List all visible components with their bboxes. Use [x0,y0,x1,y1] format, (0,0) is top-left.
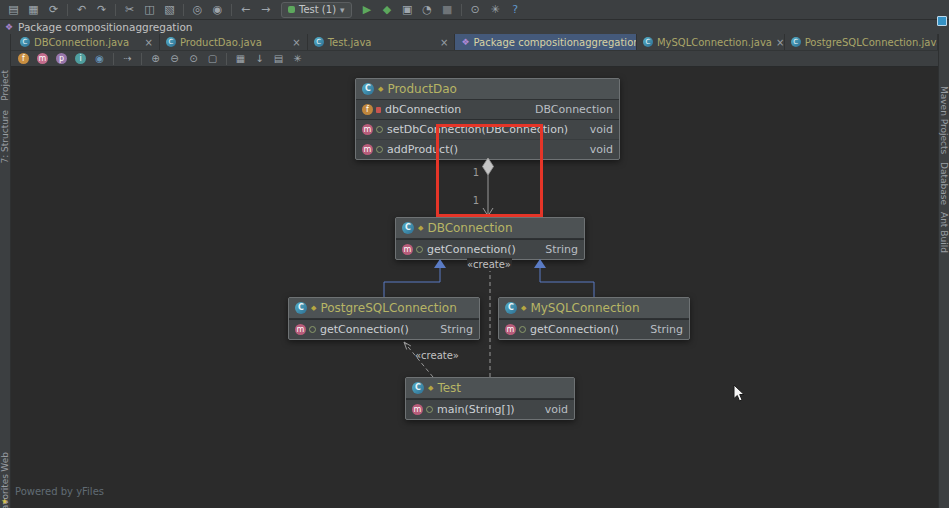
method-icon: m [505,324,516,335]
method-row[interactable]: m getConnection() String [396,239,584,259]
profiler-icon[interactable]: ◔ [418,2,437,18]
method-icon: m [362,124,373,135]
coverage-icon[interactable]: ▣ [398,2,417,18]
sidebar-item-structure[interactable]: 7: Structure [0,110,10,164]
zoom-in-icon[interactable]: ⊕ [147,53,164,64]
sidebar-item-web[interactable]: Web [0,452,10,472]
export-image-icon[interactable]: ↓ [251,53,268,64]
uml-class-dbconnection[interactable]: C ◆ DBConnection m getConnection() Strin… [395,217,585,260]
redo-icon[interactable]: ↷ [92,2,111,18]
public-badge-icon [416,246,423,253]
highlight-rectangle [436,124,543,217]
field-row[interactable]: f dbConnection DBConnection [356,100,619,119]
class-name: MySQLConnection [530,301,639,315]
zoom-out-icon[interactable]: ⊖ [166,53,183,64]
visibility-level-icon[interactable]: ◉ [91,53,108,64]
class-header[interactable]: C ◆ PostgreSQLConnection [289,298,479,319]
run-icon[interactable]: ▶ [358,2,377,18]
method-row[interactable]: m main(String[]) void [406,399,574,419]
sidebar-item-maven-projects[interactable]: Maven Projects [939,86,949,154]
field-icon: f [362,104,373,115]
class-header[interactable]: C ◆ DBConnection [396,218,584,239]
run-configuration-select[interactable]: Test (1) ▾ [281,2,352,18]
sidebar-item-project[interactable]: Project [0,70,10,101]
breadcrumb[interactable]: Package compositionaggregation [18,21,192,33]
sidebar-item-ant-build[interactable]: Ant Build [939,212,949,253]
paste-icon[interactable]: ▧ [160,2,179,18]
sidebar-item-database[interactable]: Database [939,162,949,205]
toolbar-separator [231,4,232,16]
close-icon[interactable]: × [440,37,448,48]
member-name: main(String[]) [437,403,514,416]
show-properties-icon[interactable]: p [56,53,67,64]
powered-by-label: Powered by yFiles [15,486,104,497]
back-icon[interactable]: ← [236,2,255,18]
diagram-file-icon: ❖ [461,37,469,47]
copy-icon[interactable]: ◫ [140,2,159,18]
class-file-icon: C [314,37,324,47]
close-icon[interactable]: × [776,37,784,48]
class-header[interactable]: C ◆ Test [406,378,574,399]
tab-label: MySQLConnection.java [657,37,772,48]
method-icon: m [295,324,306,335]
settings-icon[interactable]: ✳ [486,2,505,18]
dependencies-icon[interactable]: ⇢ [119,53,136,64]
tab-test-java[interactable]: C Test.java × [308,34,456,50]
close-icon[interactable]: × [292,37,300,48]
class-icon: C [362,83,374,95]
grid-icon[interactable]: ▦ [232,53,249,64]
toolbar-separator [67,4,68,16]
member-name: dbConnection [385,103,461,116]
find-icon[interactable]: ◎ [188,2,207,18]
private-lock-icon [376,107,381,113]
class-header[interactable]: C ◆ MySQLConnection [499,298,689,319]
cut-icon[interactable]: ✂ [120,2,139,18]
class-name: ProductDao [387,82,457,96]
member-type: void [590,123,613,136]
method-row[interactable]: m getConnection() String [499,319,689,339]
show-methods-icon[interactable]: m [37,53,48,64]
member-name: getConnection() [320,323,409,336]
right-tool-window-stripe: Maven Projects Database Ant Build [938,34,949,508]
member-type: void [590,143,613,156]
undo-icon[interactable]: ↶ [72,2,91,18]
class-header[interactable]: C ◆ ProductDao [356,79,619,100]
tab-dbconnection-java[interactable]: C DBConnection.java × [14,34,160,50]
member-type: String [440,323,473,336]
search-everywhere-icon[interactable]: ⊙ [466,2,485,18]
open-icon[interactable]: ▤ [4,2,23,18]
uml-class-postgresqlconnection[interactable]: C ◆ PostgreSQLConnection m getConnection… [288,297,480,340]
toolbar-separator [226,53,227,65]
tab-package-diagram[interactable]: ❖ Package compositionaggregation × [455,34,636,50]
left-tool-window-stripe: Project 7: Structure Web Favorites ★ [0,34,11,508]
show-inner-classes-icon[interactable]: i [75,53,86,64]
class-name: DBConnection [427,221,512,235]
sync-icon[interactable]: ⟳ [44,2,63,18]
public-badge-icon [426,406,433,413]
help-icon[interactable]: ? [506,2,525,18]
tab-mysqlconnection-java[interactable]: C MySQLConnection.java × [637,34,785,50]
save-all-icon[interactable]: ▦ [24,2,43,18]
debug-icon[interactable]: ◆ [378,2,397,18]
tab-label: ProductDao.java [180,37,262,48]
forward-icon[interactable]: → [256,2,275,18]
show-fields-icon[interactable]: f [18,53,29,64]
panel-toggle-icon[interactable] [937,16,947,26]
tab-label: Package compositionaggregation [474,37,637,48]
fit-content-icon[interactable]: ▢ [204,53,221,64]
close-icon[interactable]: × [145,37,153,48]
method-row[interactable]: m getConnection() String [289,319,479,339]
uml-class-test[interactable]: C ◆ Test m main(String[]) void [405,377,575,420]
uml-class-mysqlconnection[interactable]: C ◆ MySQLConnection m getConnection() St… [498,297,690,340]
chevron-down-icon: ▾ [340,5,345,15]
modifier-icon: ◆ [378,85,383,93]
diagram-settings-icon[interactable]: ✳ [289,53,306,64]
tab-postgresqlconnection-java[interactable]: C PostgreSQLConnection.java × [785,34,938,50]
tab-productdao-java[interactable]: C ProductDao.java × [160,34,308,50]
stop-icon[interactable]: ■ [438,2,457,18]
print-icon[interactable]: ▤ [270,53,287,64]
actual-size-icon[interactable]: ⊙ [185,53,202,64]
class-icon: C [505,302,517,314]
member-type: DBConnection [535,103,613,116]
replace-icon[interactable]: ◉ [208,2,227,18]
